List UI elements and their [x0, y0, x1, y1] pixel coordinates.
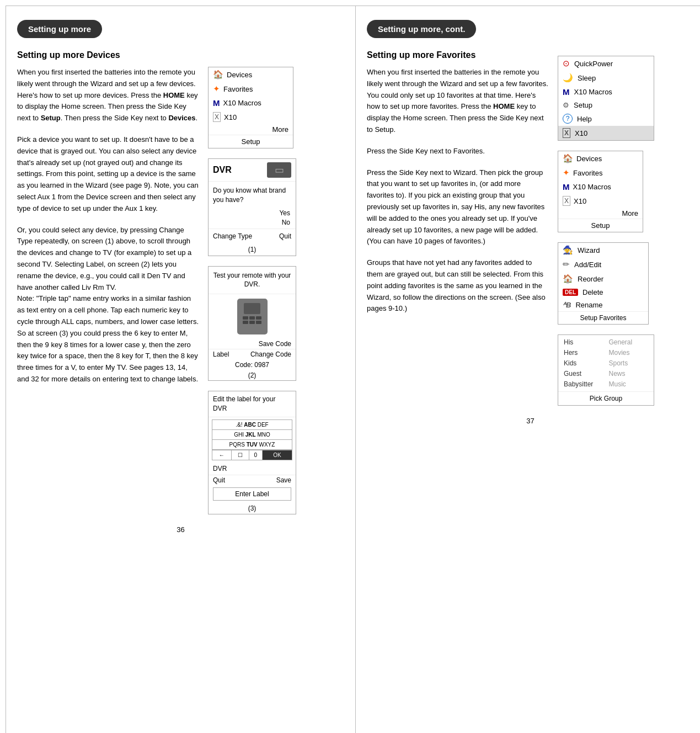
m2-item-x10macros[interactable]: M X10 Macros [558, 180, 643, 194]
change-code-btn[interactable]: Change Code [250, 350, 291, 358]
screen-number-1: (1) [248, 246, 257, 253]
qp-item-setup[interactable]: ⚙ Setup [558, 99, 654, 111]
qp-item-help[interactable]: ? Help [558, 111, 654, 126]
left-header: Setting up more [17, 20, 102, 38]
group-hers[interactable]: Hers [564, 349, 603, 357]
devices-menu: 🏠 Devices ✦ Favorites M X10 Macros X X10 [208, 67, 293, 148]
quickpower-menu: ⊙ QuickPower 🌙 Sleep M X10 Macros ⚙ Setu… [558, 56, 654, 141]
left-section-title: Setting up more Devices [17, 50, 199, 60]
edit-quit-btn[interactable]: Quit [213, 476, 225, 484]
sf-item-addedit[interactable]: ✏ Add/Edit [558, 257, 648, 272]
menu-item-x10macros[interactable]: M X10 Macros [209, 96, 293, 110]
qp-item-x10[interactable]: X X10 [558, 126, 654, 140]
dvr-device-icon: ▭ [267, 162, 291, 178]
group-sports[interactable]: Sports [609, 359, 649, 367]
reorder-icon: 🏠 [563, 274, 573, 284]
left-paragraph2: Pick a device you want to set up. It doe… [17, 134, 199, 215]
qp-item-x10macros[interactable]: M X10 Macros [558, 85, 654, 99]
pick-group-title: Pick Group [590, 395, 622, 402]
m2-item-favorites[interactable]: ✦ Favorites [558, 166, 643, 180]
right-paragraph4: Groups that have not yet had any favorit… [367, 257, 549, 315]
right-page-number: 37 [367, 417, 694, 425]
sf-item-wizard[interactable]: 🧙 Wizard [558, 243, 648, 257]
no-option[interactable]: No [282, 219, 290, 226]
dvr-screen: DVR ▭ Do you know what brand you have? Y… [208, 158, 296, 256]
label-btn[interactable]: Label [213, 350, 229, 358]
m2-x10macros-icon: M [563, 182, 570, 192]
test-header: Test your remote with your DVR. [213, 272, 291, 289]
help-icon: ? [563, 114, 573, 124]
dvr-label-display: DVR [213, 465, 227, 472]
devices-menu-2: 🏠 Devices ✦ Favorites M X10 Macros X X10 [558, 151, 643, 232]
edit-save-btn[interactable]: Save [276, 476, 291, 484]
menu-item-favorites[interactable]: ✦ Favorites [209, 82, 293, 96]
screen-number-3: (3) [248, 504, 257, 512]
yes-option[interactable]: Yes [279, 209, 290, 217]
screen-number-2: (2) [248, 371, 257, 379]
qp-x10-icon: X [563, 128, 570, 138]
right-paragraph1: When you first inserted the batteries in… [367, 67, 549, 136]
sf-item-reorder[interactable]: 🏠 Reorder [558, 272, 648, 286]
menu-item-devices[interactable]: 🏠 Devices [209, 67, 293, 82]
remote-image [237, 299, 268, 334]
addedit-icon: ✏ [563, 259, 570, 269]
right-header: Setting up more, cont. [367, 20, 476, 38]
dvr-question: Do you know what brand you have? [213, 187, 286, 204]
group-his[interactable]: His [564, 338, 603, 346]
dvr-title: DVR [213, 165, 232, 175]
m2-more-label[interactable]: More [622, 209, 638, 217]
x10macros-icon: M [213, 98, 220, 108]
m2-item-devices[interactable]: 🏠 Devices [558, 151, 643, 166]
qp-item-sleep[interactable]: 🌙 Sleep [558, 71, 654, 85]
m2-x10-icon: X [563, 196, 570, 206]
change-type-btn[interactable]: Change Type [213, 232, 252, 240]
left-paragraph1: When you first inserted the batteries in… [17, 67, 199, 124]
code-display: Code: 0987 [235, 361, 269, 369]
right-paragraph3: Press the Side Key next to Wizard. Then … [367, 167, 549, 248]
m2-devices-icon: 🏠 [563, 153, 573, 163]
group-news[interactable]: News [609, 370, 649, 378]
group-movies[interactable]: Movies [609, 349, 649, 357]
group-babysitter[interactable]: Babysitter [564, 380, 603, 388]
left-paragraph3: Or, you could select any device, by pres… [17, 225, 199, 385]
qp-setup-icon: ⚙ [563, 101, 569, 109]
more-label[interactable]: More [272, 125, 288, 134]
rename-icon: ᴬB [563, 301, 571, 309]
setup-favorites-menu: 🧙 Wizard ✏ Add/Edit 🏠 Reorder DEL Delete [558, 242, 649, 325]
m2-favorites-icon: ✦ [563, 168, 570, 178]
m2-item-x10[interactable]: X X10 [558, 194, 643, 208]
test-remote-screen: Test your remote with your DVR. [208, 266, 296, 381]
sf-item-rename[interactable]: ᴬB Rename [558, 299, 648, 311]
pick-group-panel: His General Hers Movies Kids Sports Gues… [558, 334, 654, 406]
delete-icon: DEL [563, 289, 578, 296]
right-paragraph2: Press the Side Key next to Favorites. [367, 146, 549, 157]
quit-btn[interactable]: Quit [279, 232, 291, 240]
setup-label: Setup [242, 137, 260, 146]
favorites-icon: ✦ [213, 84, 220, 94]
m2-setup-label: Setup [591, 221, 610, 230]
qp-item-quickpower[interactable]: ⊙ QuickPower [558, 56, 654, 71]
group-music[interactable]: Music [609, 380, 649, 388]
sleep-icon: 🌙 [563, 73, 573, 83]
edit-header: Edit the label for your DVR [213, 395, 275, 412]
sf-item-delete[interactable]: DEL Delete [558, 286, 648, 299]
save-code-btn[interactable]: Save Code [259, 340, 291, 348]
qp-x10macros-icon: M [563, 87, 570, 97]
wizard-icon: 🧙 [563, 245, 573, 255]
group-kids[interactable]: Kids [564, 359, 603, 367]
quickpower-icon: ⊙ [563, 59, 570, 68]
devices-icon: 🏠 [213, 70, 223, 79]
group-guest[interactable]: Guest [564, 370, 603, 378]
right-section-title: Setting up more Favorites [367, 50, 549, 60]
menu-item-x10[interactable]: X X10 [209, 110, 293, 124]
enter-label-display: Enter Label [235, 490, 269, 498]
setup-favorites-title: Setup Favorites [580, 314, 626, 322]
left-page-number: 36 [17, 525, 344, 534]
group-general[interactable]: General [609, 338, 649, 346]
x10-icon: X [213, 112, 221, 122]
edit-label-screen: Edit the label for your DVR .&! ABC DEF … [208, 391, 296, 514]
